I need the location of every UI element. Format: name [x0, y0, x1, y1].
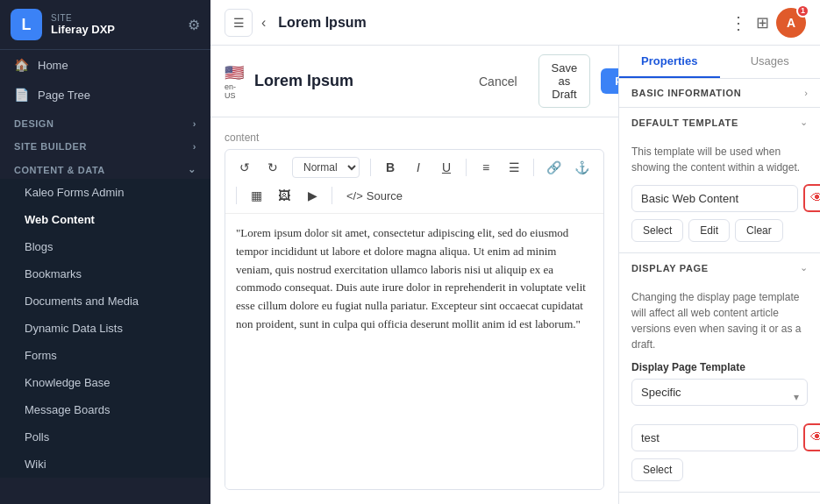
ordered-list-button[interactable]: ☰	[502, 155, 526, 180]
language-selector[interactable]: 🇺🇸 en-US	[225, 63, 244, 100]
sidebar-item-bookmarks[interactable]: Bookmarks	[0, 260, 210, 287]
page-tree-label: Page Tree	[38, 89, 90, 102]
content-data-label: Content & Data	[14, 165, 105, 175]
default-template-body: This template will be used when showing …	[619, 137, 820, 252]
default-template-header[interactable]: DEFAULT TEMPLATE ⌄	[619, 108, 820, 137]
sidebar-item-page-tree[interactable]: 📄 Page Tree	[0, 80, 210, 110]
section-design[interactable]: Design ›	[0, 110, 210, 132]
sidebar-item-documents-media[interactable]: Documents and Media	[0, 287, 210, 315]
more-options-icon[interactable]: ⋮	[730, 12, 749, 33]
sidebar-item-message-boards[interactable]: Message Boards	[0, 396, 210, 423]
home-label: Home	[38, 59, 68, 72]
editor-inner: content ↺ ↻ Normal B I U ≡ ☰	[210, 117, 618, 504]
table-button[interactable]: ▦	[244, 183, 268, 208]
style-select[interactable]: Normal	[292, 157, 360, 178]
source-icon: </>	[346, 189, 363, 202]
basic-info-header[interactable]: BASIC INFORMATION ›	[619, 79, 820, 107]
topbar-title: Lorem Ipsum	[278, 15, 721, 31]
toolbar-separator-4	[236, 187, 237, 204]
bold-button[interactable]: B	[378, 155, 403, 180]
display-page-title: DISPLAY PAGE	[631, 263, 709, 273]
page-tree-icon: 📄	[14, 88, 29, 102]
site-builder-label: Site Builder	[14, 141, 87, 152]
display-page-input[interactable]	[631, 424, 798, 451]
template-eye-button[interactable]: 👁	[803, 184, 820, 212]
display-page-select-wrapper: Specific	[631, 379, 808, 415]
link-button[interactable]: 🔗	[541, 155, 566, 180]
page-title-input[interactable]	[254, 72, 458, 90]
site-icon: L	[11, 9, 42, 40]
site-name: Liferay DXP	[51, 23, 115, 36]
sidebar-item-blogs[interactable]: Blogs	[0, 233, 210, 260]
display-page-template-label: Display Page Template	[631, 361, 808, 373]
display-page-btn-row: Select	[631, 458, 808, 481]
grid-icon[interactable]: ⊞	[756, 13, 769, 32]
display-page-header[interactable]: DISPLAY PAGE ⌄	[619, 253, 820, 282]
sidebar-item-polls[interactable]: Polls	[0, 423, 210, 451]
design-chevron: ›	[193, 118, 196, 129]
redo-button[interactable]: ↻	[260, 155, 285, 180]
template-select-button[interactable]: Select	[631, 219, 683, 242]
sidebar-item-knowledge-base[interactable]: Knowledge Base	[0, 369, 210, 396]
sidebar-item-wiki[interactable]: Wiki	[0, 451, 210, 478]
main-area: ☰ ‹ Lorem Ipsum ⋮ ⊞ A 1 🇺🇸 en-US Cancel …	[210, 0, 820, 504]
italic-button[interactable]: I	[406, 155, 431, 180]
cancel-button[interactable]: Cancel	[468, 69, 528, 94]
notification-badge: 1	[796, 4, 809, 18]
anchor-button[interactable]: ⚓	[569, 155, 594, 180]
sidebar-item-web-content[interactable]: Web Content	[0, 206, 210, 233]
sidebar-toggle-button[interactable]: ☰	[225, 9, 253, 37]
sidebar-item-kaleo-forms-admin[interactable]: Kaleo Forms Admin	[0, 179, 210, 206]
template-input[interactable]	[631, 185, 798, 212]
display-page-eye-button[interactable]: 👁	[803, 423, 820, 451]
save-draft-button[interactable]: Save as Draft	[538, 54, 591, 108]
sidebar-header: L SITE Liferay DXP ⚙	[0, 0, 210, 50]
source-button[interactable]: </> Source	[339, 187, 410, 205]
underline-button[interactable]: U	[434, 155, 459, 180]
template-clear-button[interactable]: Clear	[735, 219, 783, 242]
sidebar-item-home[interactable]: 🏠 Home	[0, 50, 210, 80]
site-label: SITE	[51, 13, 115, 23]
section-content-data[interactable]: Content & Data ⌄	[0, 155, 210, 179]
display-page-select[interactable]: Specific	[631, 379, 808, 406]
editor-header: 🇺🇸 en-US Cancel Save as Draft Publish ⚙	[210, 46, 618, 117]
display-page-body: Changing the display page template will …	[619, 282, 820, 492]
undo-button[interactable]: ↺	[232, 155, 257, 180]
unordered-list-button[interactable]: ≡	[474, 155, 498, 180]
default-template-title: DEFAULT TEMPLATE	[631, 117, 738, 128]
editor-content: 🇺🇸 en-US Cancel Save as Draft Publish ⚙ …	[210, 46, 618, 504]
flag-icon: 🇺🇸	[225, 63, 244, 82]
basic-info-title: BASIC INFORMATION	[631, 88, 741, 98]
right-panel: Properties Usages BASIC INFORMATION › DE…	[618, 46, 820, 504]
back-button[interactable]: ‹	[261, 15, 266, 31]
editor-toolbar: ↺ ↻ Normal B I U ≡ ☰ 🔗 ⚓	[225, 150, 603, 214]
sidebar-item-forms[interactable]: Forms	[0, 342, 210, 369]
display-page-chevron: ⌄	[800, 262, 808, 273]
default-template-description: This template will be used when showing …	[631, 144, 808, 175]
design-label: Design	[14, 118, 53, 129]
toolbar-separator-2	[466, 159, 467, 176]
topbar-actions: ⋮ ⊞ A 1	[730, 8, 806, 38]
tab-properties[interactable]: Properties	[619, 46, 720, 78]
display-page-section: DISPLAY PAGE ⌄ Changing the display page…	[619, 253, 820, 493]
editor-body[interactable]: "Lorem ipsum dolor sit amet, consectetur…	[225, 214, 603, 489]
section-site-builder[interactable]: Site Builder ›	[0, 132, 210, 155]
sidebar: L SITE Liferay DXP ⚙ 🏠 Home 📄 Page Tree …	[0, 0, 210, 504]
site-builder-chevron: ›	[193, 141, 196, 152]
avatar[interactable]: A 1	[776, 8, 806, 38]
basic-info-section: BASIC INFORMATION ›	[619, 79, 820, 108]
toolbar-separator-1	[370, 159, 371, 176]
publish-button[interactable]: Publish	[601, 68, 618, 94]
panel-tabs: Properties Usages	[619, 46, 820, 79]
sidebar-item-dynamic-data-lists[interactable]: Dynamic Data Lists	[0, 315, 210, 342]
image-button[interactable]: 🖼	[272, 183, 296, 208]
home-icon: 🏠	[14, 58, 29, 72]
template-edit-button[interactable]: Edit	[688, 219, 730, 242]
rich-editor: ↺ ↻ Normal B I U ≡ ☰ 🔗 ⚓	[225, 149, 604, 490]
template-input-row: 👁	[631, 184, 808, 212]
settings-icon[interactable]: ⚙	[188, 17, 200, 33]
tab-usages[interactable]: Usages	[720, 46, 821, 78]
media-button[interactable]: ▶	[300, 183, 324, 208]
display-page-select-button[interactable]: Select	[631, 458, 683, 481]
default-template-section: DEFAULT TEMPLATE ⌄ This template will be…	[619, 108, 820, 253]
